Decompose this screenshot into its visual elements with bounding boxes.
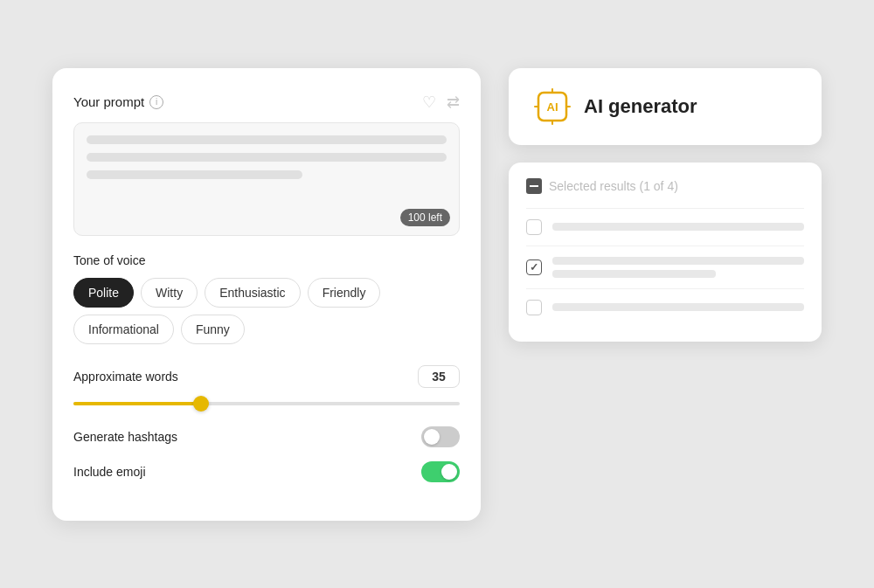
tone-chips: Polite Witty Enthusiastic Friendly Infor…: [73, 278, 460, 344]
result-line: [552, 223, 804, 231]
result-checkbox-1[interactable]: [526, 219, 542, 235]
prompt-header: Your prompt i ♡ ⇄: [73, 93, 460, 112]
result-lines-1: [552, 223, 804, 231]
results-title: Selected results (1 of 4): [549, 179, 678, 193]
tone-chip-informational[interactable]: Informational: [73, 315, 174, 344]
heart-icon[interactable]: ♡: [422, 93, 436, 112]
tone-chip-funny[interactable]: Funny: [181, 315, 245, 344]
include-emoji-knob: [441, 464, 457, 480]
skeleton-line-2: [87, 153, 447, 162]
svg-text:AI: AI: [547, 100, 558, 114]
left-panel: Your prompt i ♡ ⇄ 100 left Tone of voice…: [52, 68, 481, 521]
ai-generator-title: AI generator: [584, 95, 697, 118]
include-emoji-row: Include emoji: [73, 461, 460, 482]
approx-words-row: Approximate words 35: [73, 365, 460, 388]
info-icon[interactable]: i: [149, 95, 163, 109]
tone-chip-witty[interactable]: Witty: [141, 278, 198, 308]
prompt-actions: ♡ ⇄: [422, 93, 460, 112]
tone-of-voice-label: Tone of voice: [73, 253, 460, 267]
tone-chip-polite[interactable]: Polite: [73, 278, 134, 308]
minus-line: [530, 185, 538, 187]
results-panel: Selected results (1 of 4) ✓: [509, 163, 822, 342]
prompt-label-row: Your prompt i: [73, 94, 163, 109]
right-panel: AI AI generator Selected results (1 of 4…: [509, 68, 822, 342]
tone-chip-friendly[interactable]: Friendly: [308, 278, 381, 308]
result-lines-3: [552, 303, 804, 311]
include-emoji-toggle[interactable]: [421, 461, 460, 482]
results-header: Selected results (1 of 4): [526, 178, 804, 194]
generate-hashtags-toggle[interactable]: [421, 426, 460, 447]
ai-icon: AI: [533, 87, 572, 126]
shuffle-icon[interactable]: ⇄: [447, 93, 460, 112]
include-emoji-label: Include emoji: [73, 465, 146, 479]
char-count: 100 left: [400, 209, 450, 226]
result-item-1: [526, 208, 804, 246]
result-item-2: ✓: [526, 246, 804, 288]
result-checkbox-2[interactable]: ✓: [526, 259, 542, 275]
result-line: [552, 257, 804, 265]
checkmark-icon: ✓: [530, 261, 538, 273]
words-slider[interactable]: [73, 402, 460, 405]
minus-icon: [526, 178, 542, 194]
ai-generator-card: AI AI generator: [509, 68, 822, 145]
approx-words-value[interactable]: 35: [418, 365, 460, 388]
result-checkbox-3[interactable]: [526, 300, 542, 315]
slider-track: [73, 402, 460, 405]
slider-fill: [73, 402, 201, 405]
result-item-3: [526, 288, 804, 326]
result-lines-2: [552, 257, 804, 278]
prompt-label: Your prompt: [73, 94, 144, 109]
result-line: [552, 303, 804, 311]
tone-chip-enthusiastic[interactable]: Enthusiastic: [205, 278, 300, 308]
result-line: [552, 270, 716, 278]
generate-hashtags-row: Generate hashtags: [73, 426, 460, 447]
slider-thumb[interactable]: [193, 396, 209, 412]
skeleton-line-3: [87, 170, 302, 179]
skeleton-line-1: [87, 135, 447, 144]
approx-words-label: Approximate words: [73, 370, 407, 384]
prompt-textarea[interactable]: 100 left: [73, 122, 460, 236]
generate-hashtags-label: Generate hashtags: [73, 430, 177, 444]
generate-hashtags-knob: [424, 429, 440, 445]
